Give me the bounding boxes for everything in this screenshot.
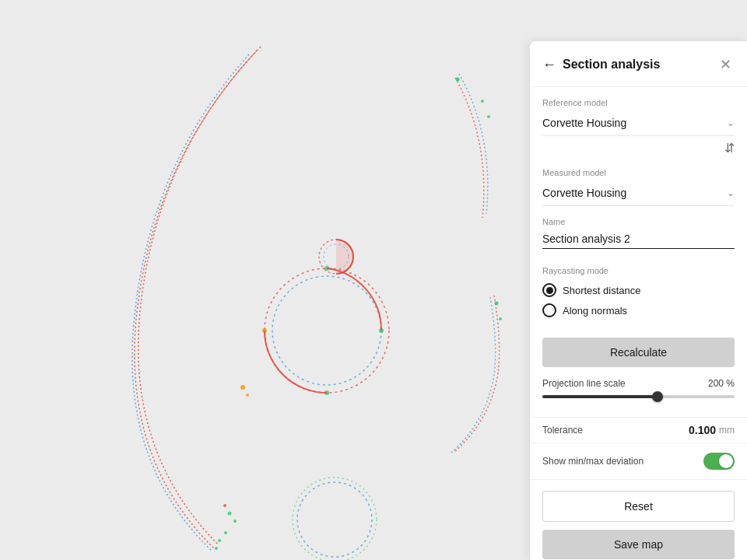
reference-model-arrow: ⌄ [727, 117, 735, 128]
swap-icon[interactable]: ⇵ [724, 141, 735, 156]
tolerance-value: 0.100 [689, 424, 716, 436]
svg-point-15 [495, 302, 499, 306]
svg-point-16 [499, 317, 502, 320]
deviation-label: Show min/max deviation [542, 456, 644, 467]
projection-label: Projection line scale [542, 378, 626, 389]
radio-shortest-label: Shortest distance [563, 285, 640, 296]
svg-point-2 [215, 547, 218, 550]
svg-point-20 [246, 394, 249, 397]
svg-point-22 [233, 520, 237, 523]
svg-point-3 [224, 531, 227, 534]
tolerance-unit: mm [719, 425, 735, 436]
radio-normals-outer [542, 303, 556, 317]
radio-shortest-inner [546, 287, 553, 294]
tolerance-value-group: 0.100 mm [689, 424, 735, 436]
panel-title: Section analysis [563, 58, 660, 72]
projection-row: Projection line scale 200 % [542, 378, 735, 389]
back-icon[interactable]: ← [542, 58, 556, 72]
name-field-input[interactable] [542, 229, 735, 249]
reference-model-label: Reference model [542, 98, 735, 107]
radio-normals-label: Along normals [563, 305, 627, 317]
swap-row: ⇵ [530, 136, 747, 157]
projection-slider[interactable] [542, 395, 735, 398]
panel-body: Reference model Corvette Housing ⌄ ⇵ Mea… [530, 87, 747, 560]
tolerance-row: Tolerance 0.100 mm [530, 417, 747, 443]
raycasting-section: Raycasting mode Shortest distance Along … [530, 255, 747, 330]
measured-model-label: Measured model [542, 168, 735, 177]
close-icon[interactable]: ✕ [716, 55, 735, 74]
measured-model-dropdown[interactable]: Corvette Housing ⌄ [542, 180, 735, 206]
svg-point-12 [456, 78, 460, 82]
save-map-button[interactable]: Save map [542, 530, 735, 559]
action-buttons: Reset Save map [530, 480, 747, 560]
svg-point-23 [223, 504, 226, 507]
measured-model-value: Corvette Housing [542, 187, 626, 199]
measured-model-section: Measured model Corvette Housing ⌄ [530, 157, 747, 206]
deviation-toggle[interactable] [703, 453, 735, 470]
svg-point-19 [240, 385, 245, 390]
radio-shortest-distance[interactable]: Shortest distance [542, 283, 735, 297]
section-analysis-panel: ← Section analysis ✕ Reference model Cor… [529, 40, 747, 560]
panel-header-left: ← Section analysis [542, 58, 660, 72]
panel-header: ← Section analysis ✕ [530, 41, 747, 87]
reference-model-section: Reference model Corvette Housing ⌄ [530, 87, 747, 136]
toggle-thumb [719, 454, 733, 468]
recalculate-button[interactable]: Recalculate [542, 338, 735, 367]
tolerance-label: Tolerance [542, 425, 583, 436]
radio-along-normals[interactable]: Along normals [542, 303, 735, 317]
radio-shortest-outer [542, 283, 556, 297]
reference-model-value: Corvette Housing [542, 117, 626, 129]
raycasting-label: Raycasting mode [542, 266, 735, 275]
svg-point-13 [481, 100, 484, 103]
projection-section: Projection line scale 200 % [530, 378, 747, 417]
measured-model-arrow: ⌄ [727, 187, 735, 198]
deviation-row: Show min/max deviation [530, 443, 747, 480]
projection-value: 200 % [708, 378, 735, 389]
svg-point-21 [228, 512, 232, 516]
slider-fill [542, 395, 658, 398]
reference-model-dropdown[interactable]: Corvette Housing ⌄ [542, 110, 735, 136]
svg-point-1 [218, 539, 221, 542]
name-field-label: Name [542, 217, 735, 226]
reset-button[interactable]: Reset [542, 491, 735, 522]
name-field-section: Name [530, 206, 747, 255]
svg-point-14 [487, 115, 490, 118]
slider-thumb[interactable] [652, 391, 663, 402]
